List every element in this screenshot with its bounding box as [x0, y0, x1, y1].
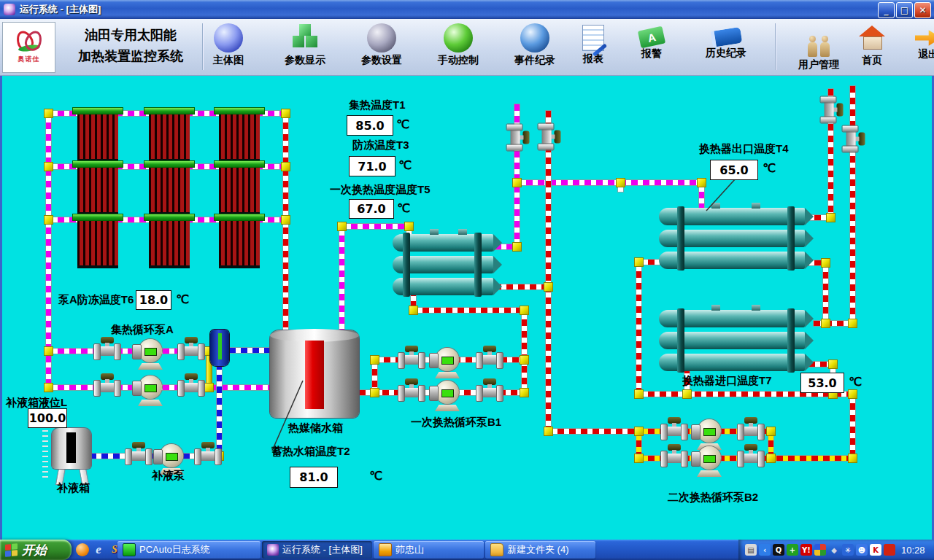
minimize-button[interactable]: _ — [878, 2, 895, 18]
restore-button[interactable]: □ — [896, 2, 913, 18]
valve — [660, 417, 688, 441]
toolbar-button-main-diagram[interactable]: 主体图 — [202, 23, 255, 71]
solar-collector-panel — [149, 114, 190, 162]
taskbar-task-2[interactable]: 运行系统 - [主体图] — [262, 541, 372, 559]
window-border — [0, 75, 2, 540]
diamond-icon[interactable]: ◆ — [828, 544, 840, 556]
system-tray: ▤‹Q+Y!◆✳☻K 10:28 — [738, 540, 934, 560]
green-status-icon[interactable]: + — [787, 544, 798, 556]
temp-unit-t4: ℃ — [763, 161, 776, 175]
solar-collector-panel — [77, 167, 118, 215]
pump — [132, 374, 169, 406]
solar-collector-panel — [219, 220, 260, 268]
pipe-segment — [411, 308, 525, 313]
valve — [476, 378, 503, 402]
valve — [125, 442, 153, 466]
yahoo-icon[interactable]: Y! — [800, 544, 812, 556]
label-pump-b1: 一次换热循环泵B1 — [411, 416, 501, 429]
pipe-segment — [546, 111, 551, 432]
pinwheel-icon[interactable] — [814, 544, 826, 556]
pipe-segment — [229, 348, 271, 353]
app-icon — [4, 4, 15, 15]
keyboard-icon[interactable]: ▤ — [745, 544, 757, 556]
label-makeup-tank: 补液箱 — [57, 481, 90, 495]
users-icon — [804, 23, 833, 57]
kaspersky-icon[interactable]: K — [870, 544, 881, 556]
exit-icon — [915, 29, 934, 47]
pipe-segment — [495, 284, 547, 289]
pipe-fitting — [848, 319, 857, 328]
event-log-icon — [520, 23, 549, 52]
temp-value-t4: 65.0 — [710, 160, 758, 180]
pipe-fitting — [44, 109, 53, 118]
solar-collector-panel — [77, 114, 118, 162]
toolbar-button-event-log[interactable]: 事件纪录 — [509, 23, 561, 71]
pipe-segment — [339, 224, 409, 229]
toolbar-button-history[interactable]: 历史纪录 — [700, 23, 752, 71]
company-logo: 奥诺佳 — [2, 22, 55, 73]
valve — [506, 124, 530, 152]
temp-unit-t7: ℃ — [849, 375, 862, 389]
main-diagram-icon — [214, 23, 243, 52]
msn-icon[interactable]: ☻ — [856, 544, 868, 556]
windows-logo-icon — [5, 543, 18, 556]
valve — [819, 96, 844, 124]
pump — [691, 445, 727, 477]
pipe-fitting — [828, 359, 838, 369]
pipe-segment — [522, 308, 527, 392]
taskbar-task-4[interactable]: 新建文件夹 (4) — [485, 541, 595, 559]
pump — [429, 379, 466, 411]
tank-level-gauge — [305, 341, 324, 409]
home-icon — [857, 23, 887, 52]
alarm-icon: A — [638, 26, 665, 49]
temp-value-t1: 85.0 — [347, 115, 393, 136]
solar-collector-panel — [149, 167, 190, 215]
taskbar-task-1[interactable]: PCAuto日志系统 — [117, 541, 260, 559]
temp-label-t4: 换热器出口温度T4 — [699, 142, 789, 156]
temp-unit-t2: ℃ — [369, 469, 382, 483]
temp-unit-t5: ℃ — [397, 201, 410, 215]
history-icon — [710, 27, 742, 47]
collector-header — [144, 214, 194, 220]
label-makeup-pump: 补液泵 — [152, 469, 185, 483]
temp-label-t2: 蓄热水箱温度T2 — [271, 445, 350, 459]
collapse-chevron-icon[interactable]: ‹ — [759, 544, 771, 556]
solar-collector-panel — [149, 220, 190, 268]
toolbar-button-manual-control[interactable]: 手动控制 — [432, 23, 485, 71]
pipe-segment — [850, 392, 855, 458]
temp-value-t7: 53.0 — [800, 373, 844, 393]
pipe-segment — [823, 260, 828, 323]
label-collector-pump-a: 集热循环泵A — [111, 323, 174, 337]
expansion-vessel — [210, 330, 229, 366]
qq-messenger-icon[interactable]: Q — [773, 544, 784, 556]
redbox-icon[interactable] — [884, 544, 895, 556]
pipe-fitting — [44, 215, 53, 225]
snowflake-icon[interactable]: ✳ — [842, 544, 854, 556]
collector-header — [144, 161, 194, 167]
toolbar-button-user-management[interactable]: 用户管理 — [792, 23, 845, 71]
pipe-fitting — [634, 454, 644, 463]
pipe-fitting — [370, 355, 379, 365]
toolbar-button-param-setting[interactable]: 参数设置 — [355, 23, 408, 71]
toolbar-button-home[interactable]: 首页 — [846, 23, 898, 71]
collector-header — [73, 214, 123, 220]
taskbar-task-3[interactable]: 茆忠山 — [374, 541, 484, 559]
pipe-fitting — [848, 454, 857, 463]
toolbar-button-alarm[interactable]: A 报警 — [625, 23, 678, 71]
valve — [476, 346, 503, 370]
valve — [177, 373, 205, 397]
temp-value-t2: 81.0 — [290, 467, 338, 488]
close-button[interactable]: ✕ — [914, 2, 931, 18]
internet-explorer-icon[interactable]: e — [92, 543, 105, 556]
temp-label-t6: 泵A防冻温度T6 — [58, 293, 134, 307]
pipe-fitting — [697, 178, 706, 187]
pipe-fitting — [634, 257, 644, 267]
toolbar-button-exit[interactable]: 退出 — [902, 23, 934, 71]
temp-value-t6: 18.0 — [136, 290, 171, 310]
toolbar-button-report[interactable]: 报表 — [567, 23, 620, 71]
quick-launch-icon-1[interactable] — [76, 543, 89, 556]
heat-exchanger-bank — [659, 310, 814, 371]
toolbar-button-param-display[interactable]: 参数显示 — [279, 23, 331, 71]
temp-unit-t6: ℃ — [176, 292, 189, 306]
start-button[interactable]: 开始 — [0, 540, 72, 560]
